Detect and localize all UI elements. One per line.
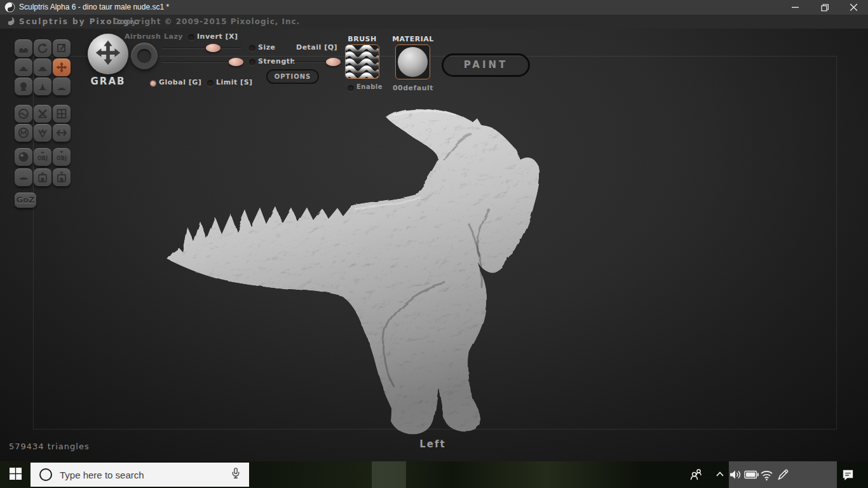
import-obj-button[interactable]: OBJ bbox=[34, 148, 51, 166]
app-icon bbox=[4, 2, 15, 13]
battery-icon[interactable] bbox=[744, 470, 759, 479]
search-input[interactable] bbox=[60, 470, 212, 480]
size-slider-knob[interactable] bbox=[206, 44, 220, 52]
invert-label[interactable]: Invert [X] bbox=[197, 32, 238, 41]
sculptris-workspace: OBJ OBJ GoZ GRAB Airbrush Lazy Invert [X… bbox=[0, 29, 868, 461]
action-center-icon[interactable] bbox=[841, 468, 855, 482]
active-tool-sphere-button[interactable] bbox=[88, 34, 128, 74]
brush-enable-label[interactable]: Enable bbox=[356, 83, 383, 90]
brush-alpha-thumbnail[interactable] bbox=[345, 44, 379, 79]
pen-icon[interactable] bbox=[776, 468, 789, 481]
strength-radio[interactable] bbox=[249, 59, 255, 65]
export-obj-label: OBJ bbox=[57, 156, 67, 161]
strength-label[interactable]: Strength bbox=[258, 57, 295, 65]
volume-icon[interactable] bbox=[729, 469, 742, 480]
size-label[interactable]: Size bbox=[258, 43, 276, 51]
microphone-icon[interactable] bbox=[230, 467, 241, 482]
sculpt-model-viewport[interactable] bbox=[0, 29, 868, 461]
tool-reduce-brush-button[interactable] bbox=[15, 105, 32, 123]
windows-taskbar: 10:14 AM 3/6/2018 1 bbox=[0, 461, 868, 488]
people-icon[interactable] bbox=[690, 468, 703, 481]
tool-reduce-selected-button[interactable] bbox=[34, 105, 51, 123]
detail-slider-knob[interactable] bbox=[326, 58, 341, 66]
tool-wireframe-button[interactable] bbox=[34, 124, 51, 142]
goz-button[interactable]: GoZ bbox=[15, 193, 36, 208]
window-title: Sculptris Alpha 6 - dino taur male nude.… bbox=[19, 3, 169, 11]
options-button[interactable]: OPTIONS bbox=[266, 69, 319, 84]
tool-grab-button[interactable] bbox=[53, 58, 71, 76]
brush-section-label: BRUSH bbox=[344, 35, 381, 43]
tool-inflate-button[interactable] bbox=[15, 78, 32, 95]
cortana-icon bbox=[39, 468, 52, 481]
triangle-count: 579434 triangles bbox=[9, 442, 90, 451]
global-radio[interactable] bbox=[150, 80, 156, 86]
limit-label[interactable]: Limit [S] bbox=[216, 78, 253, 86]
airbrush-label[interactable]: Airbrush bbox=[125, 32, 161, 41]
paint-mode-button[interactable]: PAINT bbox=[442, 53, 530, 77]
dino-taur-model bbox=[167, 108, 539, 435]
tool-scale-button[interactable] bbox=[53, 39, 71, 57]
draw-icon bbox=[17, 61, 30, 74]
size-slider-track[interactable] bbox=[162, 47, 241, 49]
open-file-icon bbox=[36, 171, 49, 184]
tool-flatten-button[interactable] bbox=[34, 58, 51, 76]
reduce-brush-icon bbox=[17, 107, 30, 120]
restore-button[interactable] bbox=[810, 0, 839, 15]
global-label[interactable]: Global [G] bbox=[159, 78, 201, 86]
close-button[interactable] bbox=[839, 0, 868, 15]
flatten-icon bbox=[36, 61, 49, 74]
taskbar-search[interactable] bbox=[31, 463, 249, 487]
tool-mask-button[interactable] bbox=[15, 124, 32, 142]
subdivide-icon bbox=[55, 107, 68, 120]
wifi-icon[interactable] bbox=[760, 469, 773, 481]
tool-rotate-button[interactable] bbox=[34, 39, 51, 57]
lazy-label[interactable]: Lazy bbox=[164, 32, 183, 41]
detail-label[interactable]: Detail [Q] bbox=[296, 43, 337, 51]
new-plane-button[interactable] bbox=[15, 168, 32, 186]
import-obj-icon: OBJ bbox=[36, 150, 50, 164]
brush-enable-radio[interactable] bbox=[348, 85, 354, 92]
crease-icon bbox=[17, 42, 30, 55]
hidden-icons-chevron[interactable] bbox=[715, 471, 724, 477]
save-file-button[interactable] bbox=[53, 168, 71, 186]
windows-logo-icon bbox=[10, 468, 22, 482]
sculptris-logo-icon bbox=[5, 16, 15, 26]
minimize-button[interactable] bbox=[781, 0, 810, 15]
active-app-highlight bbox=[372, 461, 406, 488]
pinch-icon bbox=[36, 80, 49, 93]
open-file-button[interactable] bbox=[34, 168, 51, 186]
material-thumbnail[interactable] bbox=[395, 44, 430, 79]
material-section-label: MATERIAL bbox=[391, 35, 435, 43]
strength-slider-knob[interactable] bbox=[229, 58, 243, 66]
material-name: 00default bbox=[388, 84, 438, 92]
invert-radio[interactable] bbox=[188, 34, 194, 41]
tool-subdivide-button[interactable] bbox=[53, 105, 71, 123]
sphere-icon bbox=[17, 151, 30, 163]
new-sphere-button[interactable] bbox=[15, 148, 32, 166]
tool-smooth-button[interactable] bbox=[53, 78, 71, 95]
inflate-icon bbox=[17, 80, 30, 93]
start-button[interactable] bbox=[0, 461, 31, 488]
tool-draw-button[interactable] bbox=[15, 58, 32, 76]
plane-icon bbox=[17, 171, 30, 184]
smooth-icon bbox=[55, 80, 68, 93]
info-bar: Sculptris by Pixologic Copyright © 2009-… bbox=[0, 15, 868, 29]
tool-symmetry-button[interactable] bbox=[53, 124, 71, 142]
scale-icon bbox=[55, 42, 68, 55]
tool-pinch-button[interactable] bbox=[34, 78, 51, 95]
brush-chevron-pattern-icon bbox=[346, 69, 379, 79]
export-obj-button[interactable]: OBJ bbox=[53, 148, 71, 166]
brush-falloff-ring[interactable] bbox=[131, 43, 158, 69]
rotate-icon bbox=[36, 42, 49, 55]
active-tool-name: GRAB bbox=[85, 76, 131, 87]
limit-radio[interactable] bbox=[207, 80, 214, 86]
grab-move-icon bbox=[55, 61, 68, 74]
tool-crease-button[interactable] bbox=[15, 39, 32, 57]
wireframe-icon bbox=[36, 126, 49, 139]
symmetry-icon bbox=[55, 126, 68, 139]
save-file-icon bbox=[55, 171, 68, 184]
copyright-text: Copyright © 2009-2015 Pixologic, Inc. bbox=[113, 17, 300, 26]
size-radio[interactable] bbox=[249, 45, 255, 51]
mask-icon bbox=[17, 126, 30, 139]
view-orientation-label: Left bbox=[404, 438, 461, 450]
